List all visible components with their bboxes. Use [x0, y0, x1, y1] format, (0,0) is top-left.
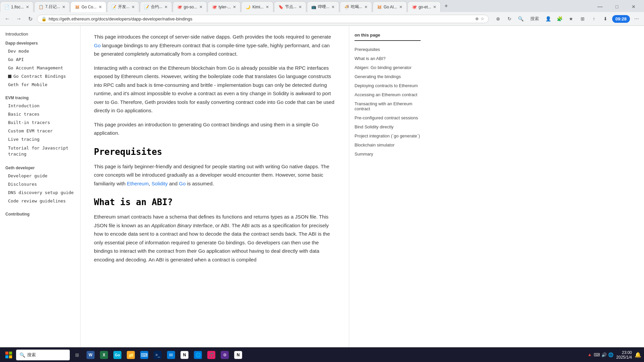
browser-tab-tab13[interactable]: 🐙go-et...✕ [408, 1, 441, 12]
tab-close-button[interactable]: ✕ [297, 5, 302, 9]
active-indicator [8, 75, 11, 78]
translate-icon[interactable]: ⊕ [493, 14, 503, 23]
refresh-icon[interactable]: ↻ [505, 14, 514, 23]
toc-item-3[interactable]: Generating the bindings [355, 72, 421, 81]
sidebar-item-builtin-tracers[interactable]: Built-in tracers [0, 118, 80, 127]
menu-icon[interactable]: ⋯ [632, 14, 641, 23]
ethereum-link[interactable]: Ethereum [127, 181, 149, 186]
browser-tab-tab5[interactable]: 📝合约...✕ [140, 1, 172, 12]
share-icon[interactable]: ↑ [589, 14, 599, 23]
sidebar-item-account-management[interactable]: Go Account Management [0, 64, 80, 72]
tab-close-button[interactable]: ✕ [431, 5, 436, 9]
back-button[interactable]: ← [3, 14, 12, 23]
browser-tab-tab10[interactable]: 📺哔哩...✕ [307, 1, 339, 12]
taskbar-app-excel[interactable]: X [98, 349, 110, 361]
solidity-link[interactable]: Solidity [152, 181, 168, 186]
extensions-icon[interactable]: 🧩 [555, 14, 565, 23]
sidebar-item-introduction-top[interactable]: Introduction [0, 30, 80, 38]
taskbar-app-go[interactable]: Go [111, 349, 123, 361]
sidebar-item-dns-discovery[interactable]: DNS discovery setup guide [0, 188, 80, 197]
reload-button[interactable]: ↻ [25, 14, 35, 23]
toc-item-2[interactable]: Abigen: Go binding generator [355, 63, 421, 72]
sidebar-item-basic-traces[interactable]: Basic traces [0, 110, 80, 118]
taskbar-app-edge[interactable]: 🌐 [192, 349, 204, 361]
sidebar-item-go-contract-bindings[interactable]: Go Contract Bindings [0, 72, 80, 80]
sidebar-item-code-review[interactable]: Code review guidelines [0, 197, 80, 205]
tab-bar: 📄1.fisc...✕📋7.日记...✕🐹Go Co...✕📝开发...✕📝合约… [0, 0, 644, 12]
sidebar-item-geth-mobile[interactable]: Geth for Mobile [0, 80, 80, 89]
tab-close-button[interactable]: ✕ [397, 5, 402, 9]
toc-item-10[interactable]: Blockchain simulator [355, 140, 421, 149]
toc-item-5[interactable]: Accessing an Ethereum contract [355, 90, 421, 99]
taskbar-app-dev[interactable]: ⚙ [219, 349, 231, 361]
time-badge: 09:28 [612, 15, 630, 23]
toc-item-6[interactable]: Transacting with an Ethereum contract [355, 99, 421, 113]
profile-icon[interactable]: 👤 [544, 14, 553, 23]
taskbar-search-label: 搜索 [27, 352, 36, 358]
sidebar-item-tutorial-js[interactable]: Tutorial for Javascript tracing [0, 143, 80, 159]
sidebar-item-custom-evm-tracer[interactable]: Custom EVM tracer [0, 127, 80, 135]
new-tab-button[interactable]: + [441, 1, 451, 11]
toc-item-7[interactable]: Pre-configured contract sessions [355, 113, 421, 122]
browser-tab-tab1[interactable]: 📄1.fisc...✕ [0, 1, 34, 12]
sidebar-item-live-tracing[interactable]: Live tracing [0, 135, 80, 143]
close-button[interactable]: ✕ [626, 1, 641, 12]
tab-close-button[interactable]: ✕ [60, 5, 65, 9]
toc-item-11[interactable]: Summary [355, 149, 421, 159]
toc-item-4[interactable]: Deploying contracts to Ethereum [355, 81, 421, 90]
taskbar-app-music[interactable]: 🎵 [205, 349, 217, 361]
forward-button[interactable]: → [14, 14, 23, 23]
tab-close-button[interactable]: ✕ [129, 5, 135, 9]
browser-tab-tab11[interactable]: 🍜吃喝...✕ [340, 1, 372, 12]
go-link[interactable]: Go [179, 181, 185, 186]
tab-close-button[interactable]: ✕ [162, 5, 168, 9]
taskbar-app-explorer[interactable]: 📁 [125, 349, 137, 361]
toc-item-9[interactable]: Project integration (`go generate`) [355, 131, 421, 140]
sidebar-item-go-api[interactable]: Go API [0, 55, 80, 64]
zoom-icon[interactable]: 🔍 [516, 14, 526, 23]
tab-close-button[interactable]: ✕ [362, 5, 368, 9]
taskbar-app-terminal[interactable]: >_ [152, 349, 164, 361]
browser-tab-tab7[interactable]: 🐙tyler-...✕ [208, 1, 241, 12]
sidebar-item-dev-guide[interactable]: Developer guide [0, 172, 80, 180]
download-icon[interactable]: ⬇ [601, 14, 610, 23]
taskbar-app-vscode[interactable]: ⌨ [138, 349, 150, 361]
minimize-button[interactable]: — [592, 1, 608, 12]
browser-tab-tab4[interactable]: 📝开发...✕ [107, 1, 139, 12]
sidebar-item-evm-introduction[interactable]: Introduction [0, 102, 80, 110]
toc-item-1[interactable]: What is an ABI? [355, 54, 421, 63]
tab-close-button[interactable]: ✕ [197, 5, 203, 9]
browser-tab-tab8[interactable]: 🌙Kimi...✕ [241, 1, 273, 12]
taskbar-app-word[interactable]: W [85, 349, 97, 361]
notification-icon[interactable]: 🔔 [635, 352, 641, 358]
tab-close-button[interactable]: ✕ [97, 5, 102, 9]
url-bar[interactable]: 🔒 https://geth.ethereum.org/docs/develop… [37, 15, 489, 23]
favorites-icon[interactable]: ★ [567, 14, 576, 23]
start-button[interactable] [3, 349, 15, 361]
taskbar-search[interactable]: 🔍 搜索 [16, 350, 70, 360]
taskbar-app-notion2[interactable]: N [232, 349, 244, 361]
toc-item-8[interactable]: Bind Solidity directly [355, 122, 421, 131]
go-link-intro[interactable]: Go [94, 43, 101, 48]
tab-close-button[interactable]: ✕ [24, 5, 29, 9]
taskbar-app-notion[interactable]: N [178, 349, 191, 361]
sidebar-item-disclosures[interactable]: Disclosures [0, 180, 80, 188]
collections-icon[interactable]: ⊞ [578, 14, 587, 23]
tab-close-button[interactable]: ✕ [231, 5, 236, 9]
tab-close-button[interactable]: ✕ [264, 5, 269, 9]
browser-tab-tab9[interactable]: 🔖节点...✕ [274, 1, 306, 12]
browser-tab-tab3[interactable]: 🐹Go Co...✕ [70, 1, 106, 12]
svg-rect-3 [9, 355, 12, 358]
taskbar-app-mail[interactable]: ✉ [165, 349, 177, 361]
browser-tab-tab12[interactable]: 🐹Go AI...✕ [373, 1, 407, 12]
maximize-button[interactable]: □ [609, 1, 625, 12]
sidebar-item-dev-mode[interactable]: Dev mode [0, 47, 80, 55]
browser-tab-tab6[interactable]: 🐙go-so...✕ [173, 1, 207, 12]
browser-tab-tab2[interactable]: 📋7.日记...✕ [34, 1, 70, 12]
tab-favicon: 📝 [144, 5, 149, 9]
tab-close-button[interactable]: ✕ [329, 5, 335, 9]
svg-rect-1 [9, 352, 12, 355]
taskbar-app-task-view[interactable]: ⊞ [71, 349, 83, 361]
paragraph2: Interacting with a contract on the Ether… [94, 64, 335, 115]
toc-item-0[interactable]: Prerequisites [355, 45, 421, 54]
